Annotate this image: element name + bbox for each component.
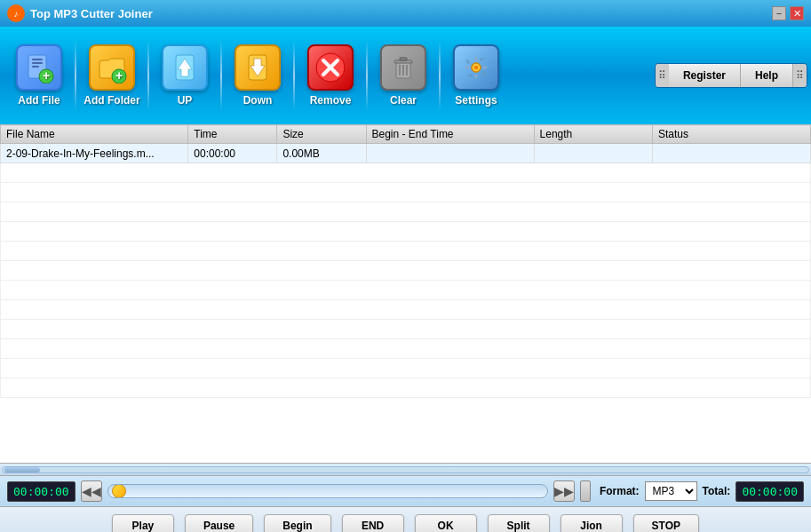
- begin-button[interactable]: Begin: [264, 514, 330, 532]
- remove-icon: [307, 44, 354, 91]
- table-row-empty: [1, 222, 811, 242]
- col-size: Size: [277, 125, 366, 144]
- table-row-empty: [1, 300, 811, 320]
- svg-text:+: +: [43, 68, 50, 83]
- settings-button[interactable]: Settings: [441, 31, 512, 120]
- table-row-empty: [1, 359, 811, 378]
- svg-text:♪: ♪: [14, 9, 19, 19]
- cell-begin-end: [366, 144, 534, 163]
- add-folder-button[interactable]: + Add Folder: [76, 31, 147, 120]
- add-file-button[interactable]: + Add File: [4, 31, 75, 120]
- dots-right: ⠿: [793, 64, 807, 87]
- table-row-empty: [1, 281, 811, 300]
- register-button[interactable]: Register: [669, 64, 741, 87]
- file-list-area: File Name Time Size Begin - End Time Len…: [0, 124, 811, 463]
- table-row-empty: [1, 378, 811, 398]
- table-row-empty: [1, 242, 811, 261]
- ok-button[interactable]: OK: [415, 514, 477, 532]
- total-time-display: 00:00:00: [735, 481, 804, 502]
- toolbar: + Add File + Add Folder UP: [0, 27, 811, 124]
- svg-rect-5: [32, 66, 39, 67]
- stop-button[interactable]: STOP: [633, 514, 699, 532]
- down-label: Down: [243, 94, 273, 107]
- down-icon: [235, 44, 281, 91]
- col-status: Status: [653, 125, 811, 144]
- cell-length: [534, 144, 652, 163]
- add-folder-label: Add Folder: [83, 94, 139, 107]
- col-filename: File Name: [1, 125, 188, 144]
- split-button[interactable]: Split: [488, 514, 550, 532]
- seek-back-button[interactable]: ◀◀: [81, 480, 102, 502]
- add-file-label: Add File: [18, 94, 60, 107]
- title-bar: ♪ Top MP3 Cutter Joiner − ✕: [0, 0, 811, 27]
- seek-bar-area: 00:00:00 ◀◀ ▶▶ Format: MP3 WAV OGG AAC T…: [0, 475, 811, 507]
- remove-label: Remove: [310, 94, 352, 107]
- settings-label: Settings: [455, 94, 497, 107]
- table-row-empty: [1, 202, 811, 222]
- add-folder-icon: +: [89, 44, 135, 91]
- clear-button[interactable]: Clear: [368, 31, 439, 120]
- up-label: UP: [178, 94, 193, 107]
- svg-point-25: [474, 66, 479, 70]
- col-time: Time: [188, 125, 277, 144]
- svg-rect-4: [32, 62, 43, 64]
- format-select[interactable]: MP3 WAV OGG AAC: [645, 481, 697, 501]
- join-button[interactable]: Jion: [561, 514, 623, 532]
- up-button[interactable]: UP: [149, 31, 220, 120]
- format-section: Format: MP3 WAV OGG AAC Total: 00:00:00: [600, 481, 804, 502]
- svg-rect-19: [400, 58, 407, 60]
- cell-status: [653, 144, 811, 163]
- table-row[interactable]: 2-09-Drake-In-My-Feelings.m... 00:00:00 …: [1, 144, 811, 163]
- close-button[interactable]: ✕: [790, 6, 804, 20]
- title-bar-left: ♪ Top MP3 Cutter Joiner: [7, 4, 153, 22]
- current-time-display: 00:00:00: [7, 481, 76, 502]
- table-row-empty: [1, 183, 811, 202]
- minimize-button[interactable]: −: [772, 6, 786, 20]
- up-icon: [162, 44, 208, 91]
- table-row-empty: [1, 261, 811, 281]
- seek-track[interactable]: [107, 484, 548, 498]
- format-label: Format:: [600, 485, 640, 497]
- dots-left: ⠿: [656, 64, 669, 87]
- register-help-group: ⠿ Register Help ⠿: [655, 63, 807, 88]
- remove-button[interactable]: Remove: [295, 31, 366, 120]
- add-file-icon: +: [16, 44, 62, 91]
- app-icon: ♪: [7, 4, 25, 22]
- clear-icon: [380, 44, 426, 91]
- table-row-empty: [1, 163, 811, 183]
- cell-filename: 2-09-Drake-In-My-Feelings.m...: [1, 144, 188, 163]
- cell-time: 00:00:00: [188, 144, 277, 163]
- table-row-empty: [1, 339, 811, 359]
- bottom-controls: Play Pause Begin END OK Split Jion STOP: [0, 507, 811, 532]
- horizontal-scrollbar[interactable]: [2, 466, 809, 473]
- svg-rect-3: [32, 59, 43, 60]
- seek-forward-button[interactable]: ▶▶: [553, 480, 575, 502]
- down-button[interactable]: Down: [222, 31, 293, 120]
- scrollbar-area[interactable]: [0, 463, 811, 475]
- pause-button[interactable]: Pause: [185, 514, 253, 532]
- col-length: Length: [534, 125, 652, 144]
- settings-icon: [453, 44, 499, 91]
- toolbar-right: ⠿ Register Help ⠿: [655, 63, 807, 88]
- help-button[interactable]: Help: [741, 64, 793, 87]
- scrollbar-thumb[interactable]: [4, 467, 40, 472]
- seek-end-marker: [580, 480, 591, 502]
- window-title: Top MP3 Cutter Joiner: [30, 7, 153, 20]
- total-label: Total:: [703, 485, 731, 497]
- seek-thumb[interactable]: [112, 484, 126, 498]
- end-button[interactable]: END: [342, 514, 404, 532]
- table-row-empty: [1, 320, 811, 339]
- clear-label: Clear: [390, 94, 417, 107]
- svg-text:+: +: [115, 68, 123, 83]
- file-table: File Name Time Size Begin - End Time Len…: [0, 124, 811, 398]
- play-button[interactable]: Play: [112, 514, 174, 532]
- col-begin-end: Begin - End Time: [366, 125, 534, 144]
- title-bar-controls: − ✕: [772, 6, 804, 20]
- cell-size: 0.00MB: [277, 144, 366, 163]
